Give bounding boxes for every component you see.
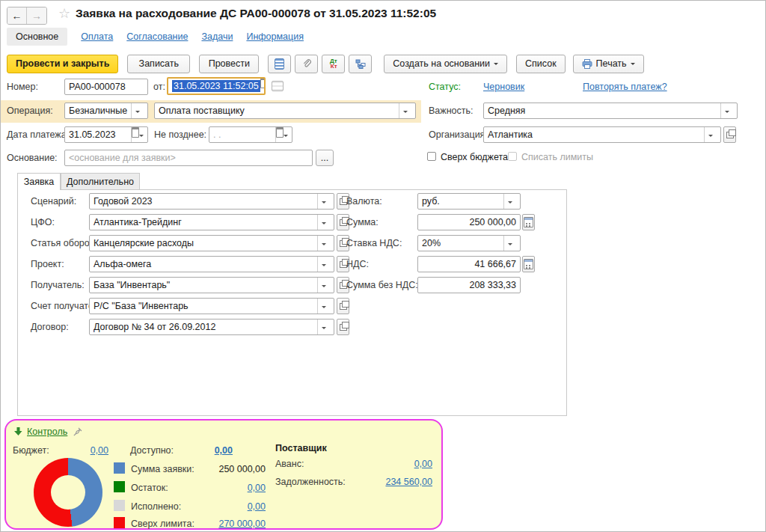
pin-icon[interactable] xyxy=(73,427,82,436)
recipient-account-open-button[interactable] xyxy=(337,298,349,314)
vat-rate-select[interactable]: 20% xyxy=(417,235,521,251)
forward-arrow-icon: → xyxy=(31,10,42,22)
organization-open-button[interactable] xyxy=(723,126,736,143)
tab-request[interactable]: Заявка xyxy=(17,173,61,190)
tab-main[interactable]: Основное xyxy=(7,28,67,46)
tab-payment[interactable]: Оплата xyxy=(81,31,113,42)
currency-select[interactable]: руб. xyxy=(417,193,521,210)
calendar-icon[interactable] xyxy=(131,127,144,142)
basis-input[interactable]: <основание для заявки> xyxy=(64,150,313,166)
status-link[interactable]: Черновик xyxy=(483,82,524,92)
legend-request-amount-value: 250 000,00 xyxy=(189,464,266,474)
chevron-down-icon[interactable] xyxy=(317,194,330,209)
date-from-label: от: xyxy=(153,82,165,92)
repeat-payment-link[interactable]: Повторять платеж? xyxy=(583,82,667,92)
chevron-down-icon[interactable] xyxy=(399,103,411,118)
post-button[interactable]: Провести xyxy=(199,55,259,73)
control-link[interactable]: Контроль xyxy=(27,426,67,437)
legend-executed-label: Исполнено: xyxy=(131,501,181,512)
scenario-select[interactable]: Годовой 2023 xyxy=(89,193,334,210)
save-button[interactable]: Записать xyxy=(127,55,190,73)
chevron-down-icon[interactable] xyxy=(317,299,330,314)
list-button[interactable]: Список xyxy=(516,55,566,73)
contract-open-button[interactable] xyxy=(337,319,349,335)
over-budget-checkbox[interactable] xyxy=(427,152,436,161)
chevron-down-icon[interactable] xyxy=(317,257,330,272)
legend-executed-value-link[interactable]: 0,00 xyxy=(189,501,266,512)
collapse-arrow-icon[interactable] xyxy=(14,427,22,436)
number-input[interactable]: РА00-000078 xyxy=(64,79,148,95)
debt-value-link[interactable]: 234 560,00 xyxy=(358,477,432,487)
create-on-basis-button[interactable]: Создать на основании xyxy=(384,55,507,73)
tab-tasks[interactable]: Задачи xyxy=(201,31,233,42)
advance-value-link[interactable]: 0,00 xyxy=(358,459,432,469)
forward-button[interactable]: → xyxy=(27,7,46,24)
organization-select[interactable]: Атлантика xyxy=(483,126,721,143)
calendar-icon[interactable] xyxy=(275,127,288,142)
chevron-down-icon xyxy=(494,63,498,67)
favorite-star-icon[interactable]: ☆ xyxy=(58,5,70,22)
vat-calc-button[interactable] xyxy=(522,256,535,272)
write-off-limits-checkbox xyxy=(508,152,517,161)
post-and-close-button[interactable]: Провести и закрыть xyxy=(7,55,118,73)
contract-select[interactable]: Договор № 34 от 26.09.2012 xyxy=(89,319,334,335)
chevron-down-icon[interactable] xyxy=(720,103,733,118)
chevron-down-icon[interactable] xyxy=(317,215,330,230)
register-icon xyxy=(275,58,284,70)
amount-input[interactable]: 250 000,00 xyxy=(417,214,521,230)
importance-select[interactable]: Средняя xyxy=(483,103,738,119)
debit-credit-button[interactable]: ДтКт xyxy=(322,55,345,73)
legend-over-limit-value-link[interactable]: 270 000,00 xyxy=(189,519,266,529)
scenario-label: Сценарий: xyxy=(31,196,76,207)
chevron-down-icon[interactable] xyxy=(503,194,516,209)
project-select[interactable]: Альфа-омега xyxy=(89,256,334,272)
open-form-icon xyxy=(340,198,347,205)
back-button[interactable]: ← xyxy=(7,7,27,24)
budget-donut-chart xyxy=(34,458,102,527)
chevron-down-icon[interactable] xyxy=(503,236,516,251)
contract-label: Договор: xyxy=(31,322,69,332)
budget-label: Бюджет: xyxy=(13,445,49,456)
available-value-link[interactable]: 0,00 xyxy=(186,445,233,456)
open-calendar-list-button[interactable] xyxy=(272,81,284,94)
legend-color-remainder xyxy=(114,481,125,492)
legend-over-limit-label: Сверх лимита: xyxy=(131,519,194,529)
vat-label: НДС: xyxy=(346,259,369,269)
chevron-down-icon[interactable] xyxy=(131,103,144,118)
chevron-down-icon[interactable] xyxy=(317,236,330,251)
chevron-down-icon[interactable] xyxy=(704,127,717,142)
project-label: Проект: xyxy=(31,259,64,269)
operation-label: Операция: xyxy=(7,106,53,116)
cfo-select[interactable]: Атлантика-Трейдинг xyxy=(89,214,334,230)
number-label: Номер: xyxy=(7,82,38,92)
budget-value-link[interactable]: 0,00 xyxy=(62,445,108,456)
turnover-item-select[interactable]: Канцелярские расходы xyxy=(89,235,334,251)
vat-input[interactable]: 41 666,67 xyxy=(417,256,521,272)
chevron-down-icon[interactable] xyxy=(317,319,330,334)
advance-label: Аванс: xyxy=(275,459,304,469)
recipient-select[interactable]: База "Инвентарь" xyxy=(89,277,334,293)
operation-type-select[interactable]: Безналичные xyxy=(64,103,148,119)
amount-no-vat-input[interactable]: 208 333,33 xyxy=(417,277,521,293)
calendar-icon[interactable] xyxy=(260,79,266,94)
tab-approval[interactable]: Согласование xyxy=(126,31,188,42)
date-input[interactable]: 31.05.2023 11:52:05 xyxy=(167,77,266,95)
amount-calc-button[interactable] xyxy=(522,214,535,230)
history-nav: ← → xyxy=(7,7,47,25)
print-button[interactable]: Печать xyxy=(573,55,644,73)
legend-remainder-value-link[interactable]: 0,00 xyxy=(189,483,266,493)
recipient-account-select[interactable]: Р/С "База "Инвентарь xyxy=(89,298,334,314)
register-records-button[interactable] xyxy=(268,55,291,73)
operation-select[interactable]: Оплата поставщику xyxy=(154,103,416,119)
chevron-down-icon[interactable] xyxy=(317,278,330,293)
selected-date-text: 31.05.2023 11:52:05 xyxy=(172,80,260,92)
tab-additional[interactable]: Дополнительно xyxy=(61,173,140,190)
calculator-icon xyxy=(524,217,533,227)
attachments-button[interactable] xyxy=(295,55,318,73)
debit-credit-icon: ДтКт xyxy=(330,58,337,69)
document-structure-button[interactable] xyxy=(349,55,372,73)
tab-info[interactable]: Информация xyxy=(246,31,304,42)
payment-date-input[interactable]: 31.05.2023 xyxy=(64,126,148,143)
basis-choose-button[interactable]: ... xyxy=(316,150,334,166)
not-later-input[interactable]: . . xyxy=(209,126,292,143)
